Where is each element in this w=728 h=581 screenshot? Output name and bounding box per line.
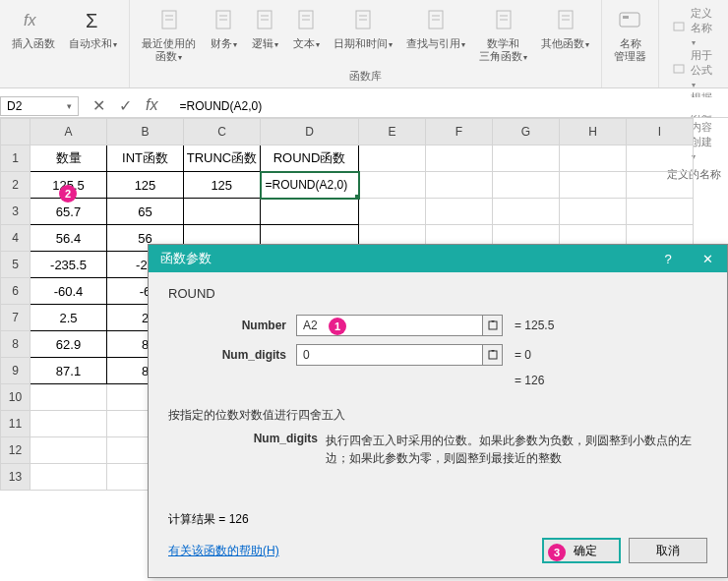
annotation-badge-3: 3	[548, 544, 566, 561]
range-picker-button[interactable]	[483, 315, 503, 336]
defined-name-item-1[interactable]: 用于公式 ▾	[673, 48, 714, 89]
ribbon-group-library: 最近使用的 函数▾财务▾逻辑▾文本▾日期和时间▾查找与引用▾数学和 三角函数▾其…	[130, 0, 602, 87]
column-header-E[interactable]: E	[359, 119, 426, 145]
dialog-close-button[interactable]: ✕	[688, 245, 727, 272]
library-button-1[interactable]: 财务▾	[204, 2, 243, 67]
select-all-cell[interactable]	[1, 119, 30, 145]
cell-D1[interactable]: ROUND函数	[261, 145, 359, 172]
row-header-9[interactable]: 9	[1, 358, 30, 384]
cell-H3[interactable]	[560, 199, 627, 225]
column-header-I[interactable]: I	[627, 119, 694, 145]
name-manager-button[interactable]: 名称 管理器	[608, 2, 652, 86]
cell-G1[interactable]	[493, 145, 560, 172]
library-button-3[interactable]: 文本▾	[286, 2, 326, 67]
dialog-help-link[interactable]: 有关该函数的帮助(H)	[168, 543, 279, 559]
svg-rect-26	[620, 13, 639, 27]
ok-button[interactable]: 3 确定	[542, 538, 621, 563]
accept-formula-icon[interactable]: ✓	[119, 96, 132, 115]
library-button-0[interactable]: 最近使用的 函数▾	[136, 2, 202, 67]
cell-A8[interactable]: 62.9	[30, 331, 107, 358]
cell-D2[interactable]: =ROUND(A2,0)	[261, 172, 359, 199]
chevron-down-icon[interactable]: ▾	[67, 101, 72, 111]
cell-F3[interactable]	[426, 199, 493, 225]
row-header-10[interactable]: 10	[1, 384, 30, 411]
dialog-titlebar[interactable]: 函数参数 ? ✕	[149, 245, 727, 272]
column-header-A[interactable]: A	[30, 119, 107, 145]
arg-input-num_digits[interactable]: 0	[296, 344, 483, 366]
cell-G2[interactable]	[493, 172, 560, 199]
cell-G3[interactable]	[493, 199, 560, 225]
column-header-H[interactable]: H	[560, 119, 627, 145]
library-button-4[interactable]: 日期和时间▾	[328, 2, 398, 67]
dialog-arg-description-text: 执行四舍五入时采用的位数。如果此参数为负数，则圆整到小数点的左边；如果此参数为零…	[326, 432, 707, 467]
row-header-2[interactable]: 2	[1, 172, 30, 199]
doc-icon	[552, 6, 579, 33]
library-button-7[interactable]: 其他函数▾	[535, 2, 595, 67]
cancel-button[interactable]: 取消	[629, 538, 707, 563]
svg-text:fx: fx	[24, 12, 36, 29]
cell-C2[interactable]: 125	[184, 172, 261, 199]
fill-handle[interactable]	[355, 195, 359, 199]
library-button-2[interactable]: 逻辑▾	[245, 2, 284, 67]
cell-A6[interactable]: -60.4	[30, 278, 107, 305]
arg-input-number[interactable]: A21	[296, 315, 483, 336]
cell-I1[interactable]	[627, 145, 694, 172]
insert-function-button[interactable]: fx 插入函数	[6, 2, 61, 86]
dialog-help-button[interactable]: ?	[648, 245, 688, 272]
fx-icon: fx	[20, 6, 47, 33]
cell-A5[interactable]: -235.5	[30, 252, 107, 278]
row-header-6[interactable]: 6	[1, 278, 30, 305]
row-header-12[interactable]: 12	[1, 437, 30, 464]
cell-C1[interactable]: TRUNC函数	[184, 145, 261, 172]
cell-A4[interactable]: 56.4	[30, 225, 107, 252]
cell-E1[interactable]	[359, 145, 426, 172]
dialog-title: 函数参数	[160, 250, 212, 267]
row-header-4[interactable]: 4	[1, 225, 30, 252]
range-picker-button[interactable]	[483, 344, 503, 366]
cell-A12[interactable]	[30, 437, 107, 464]
row-header-3[interactable]: 3	[1, 199, 30, 225]
cell-F1[interactable]	[426, 145, 493, 172]
row-header-11[interactable]: 11	[1, 411, 30, 437]
arg-label: Num_digits	[168, 348, 296, 362]
cell-B1[interactable]: INT函数	[107, 145, 184, 172]
cell-I3[interactable]	[627, 199, 694, 225]
ribbon-group-insert: fx 插入函数 Σ 自动求和▾	[0, 0, 130, 87]
cell-B3[interactable]: 65	[107, 199, 184, 225]
row-header-13[interactable]: 13	[1, 464, 30, 491]
library-button-5[interactable]: 查找与引用▾	[400, 2, 471, 67]
cell-B2[interactable]: 125	[107, 172, 184, 199]
ribbon: fx 插入函数 Σ 自动求和▾ 最近使用的 函数▾财务▾逻辑▾文本▾日期和时间▾…	[0, 0, 728, 88]
row-header-1[interactable]: 1	[1, 145, 30, 172]
cell-A7[interactable]: 2.5	[30, 305, 107, 331]
row-header-8[interactable]: 8	[1, 331, 30, 358]
cell-A13[interactable]	[30, 464, 107, 491]
row-header-5[interactable]: 5	[1, 252, 30, 278]
cell-F2[interactable]	[426, 172, 493, 199]
cell-H1[interactable]	[560, 145, 627, 172]
column-header-G[interactable]: G	[493, 119, 560, 145]
formula-input[interactable]	[171, 97, 728, 115]
name-box[interactable]: D2 ▾	[0, 96, 79, 116]
column-header-D[interactable]: D	[261, 119, 359, 145]
cell-H2[interactable]	[560, 172, 627, 199]
column-header-B[interactable]: B	[107, 119, 184, 145]
column-header-F[interactable]: F	[426, 119, 493, 145]
column-header-C[interactable]: C	[184, 119, 261, 145]
cancel-formula-icon[interactable]: ✕	[92, 96, 105, 115]
cell-A9[interactable]: 87.1	[30, 358, 107, 384]
cell-A10[interactable]	[30, 384, 107, 411]
cell-E3[interactable]	[359, 199, 426, 225]
cell-D3[interactable]	[261, 199, 359, 225]
cell-A11[interactable]	[30, 411, 107, 437]
row-header-7[interactable]: 7	[1, 305, 30, 331]
cell-C3[interactable]	[184, 199, 261, 225]
defined-name-item-0[interactable]: 定义名称 ▾	[673, 6, 714, 47]
library-button-6[interactable]: 数学和 三角函数▾	[473, 2, 533, 67]
fx-icon[interactable]: fx	[146, 96, 157, 115]
cell-I2[interactable]	[627, 172, 694, 199]
cell-E2[interactable]	[359, 172, 426, 199]
autosum-button[interactable]: Σ 自动求和▾	[63, 2, 123, 86]
svg-rect-31	[489, 321, 497, 329]
cell-A1[interactable]: 数量	[30, 145, 107, 172]
